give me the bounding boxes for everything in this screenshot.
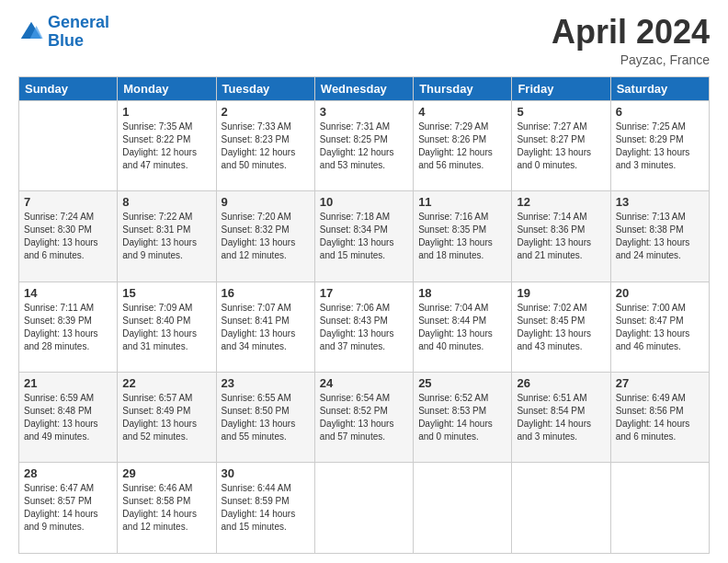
- calendar-cell: 18Sunrise: 7:04 AMSunset: 8:44 PMDayligh…: [414, 282, 512, 372]
- day-info: Sunrise: 7:04 AMSunset: 8:44 PMDaylight:…: [418, 302, 506, 353]
- calendar-cell: 29Sunrise: 6:46 AMSunset: 8:58 PMDayligh…: [118, 463, 216, 554]
- day-info: Sunrise: 7:29 AMSunset: 8:26 PMDaylight:…: [418, 121, 506, 172]
- day-number: 13: [616, 195, 704, 209]
- day-info: Sunrise: 7:09 AMSunset: 8:40 PMDaylight:…: [122, 302, 210, 353]
- day-number: 25: [418, 376, 506, 390]
- week-row-4: 21Sunrise: 6:59 AMSunset: 8:48 PMDayligh…: [19, 373, 710, 463]
- day-info: Sunrise: 6:49 AMSunset: 8:56 PMDaylight:…: [616, 392, 704, 443]
- month-title: April 2024: [552, 14, 710, 51]
- day-info: Sunrise: 7:00 AMSunset: 8:47 PMDaylight:…: [616, 302, 704, 353]
- day-number: 4: [418, 105, 506, 119]
- col-header-sunday: Sunday: [19, 76, 118, 100]
- calendar-table: SundayMondayTuesdayWednesdayThursdayFrid…: [18, 76, 710, 554]
- calendar-cell: 22Sunrise: 6:57 AMSunset: 8:49 PMDayligh…: [118, 373, 216, 463]
- day-info: Sunrise: 6:59 AMSunset: 8:48 PMDaylight:…: [24, 392, 112, 443]
- day-number: 14: [24, 286, 112, 300]
- day-number: 29: [122, 466, 210, 480]
- logo-text: General Blue: [48, 14, 109, 51]
- calendar-cell: 3Sunrise: 7:31 AMSunset: 8:25 PMDaylight…: [314, 100, 413, 190]
- day-info: Sunrise: 6:47 AMSunset: 8:57 PMDaylight:…: [24, 482, 112, 534]
- week-row-1: 1Sunrise: 7:35 AMSunset: 8:22 PMDaylight…: [19, 100, 710, 190]
- location: Payzac, France: [552, 52, 710, 67]
- calendar-cell: 1Sunrise: 7:35 AMSunset: 8:22 PMDaylight…: [118, 100, 216, 190]
- col-header-tuesday: Tuesday: [216, 76, 314, 100]
- day-info: Sunrise: 7:33 AMSunset: 8:23 PMDaylight:…: [222, 121, 310, 172]
- day-number: 22: [122, 376, 210, 390]
- calendar-cell: 14Sunrise: 7:11 AMSunset: 8:39 PMDayligh…: [19, 282, 118, 372]
- calendar-cell: 19Sunrise: 7:02 AMSunset: 8:45 PMDayligh…: [512, 282, 610, 372]
- day-info: Sunrise: 7:25 AMSunset: 8:29 PMDaylight:…: [616, 121, 704, 172]
- col-header-thursday: Thursday: [414, 76, 512, 100]
- calendar-cell: 13Sunrise: 7:13 AMSunset: 8:38 PMDayligh…: [610, 191, 709, 282]
- calendar-cell: [512, 463, 610, 554]
- col-header-wednesday: Wednesday: [314, 76, 413, 100]
- day-number: 24: [320, 376, 408, 390]
- day-info: Sunrise: 6:54 AMSunset: 8:52 PMDaylight:…: [320, 392, 408, 443]
- day-info: Sunrise: 7:35 AMSunset: 8:22 PMDaylight:…: [122, 121, 210, 172]
- calendar-cell: 20Sunrise: 7:00 AMSunset: 8:47 PMDayligh…: [610, 282, 709, 372]
- logo-icon: [18, 19, 44, 45]
- day-number: 19: [517, 286, 605, 300]
- day-number: 12: [517, 195, 605, 209]
- day-info: Sunrise: 7:24 AMSunset: 8:30 PMDaylight:…: [24, 211, 112, 262]
- day-number: 6: [616, 105, 704, 119]
- day-number: 8: [122, 195, 210, 209]
- day-info: Sunrise: 7:07 AMSunset: 8:41 PMDaylight:…: [222, 302, 310, 353]
- day-number: 11: [418, 195, 506, 209]
- calendar-cell: 12Sunrise: 7:14 AMSunset: 8:36 PMDayligh…: [512, 191, 610, 282]
- day-info: Sunrise: 7:18 AMSunset: 8:34 PMDaylight:…: [320, 211, 408, 262]
- day-number: 28: [24, 466, 112, 480]
- day-number: 27: [616, 376, 704, 390]
- day-info: Sunrise: 7:27 AMSunset: 8:27 PMDaylight:…: [517, 121, 605, 172]
- calendar-cell: [414, 463, 512, 554]
- day-number: 18: [418, 286, 506, 300]
- calendar-cell: 21Sunrise: 6:59 AMSunset: 8:48 PMDayligh…: [19, 373, 118, 463]
- day-info: Sunrise: 6:57 AMSunset: 8:49 PMDaylight:…: [122, 392, 210, 443]
- title-block: April 2024 Payzac, France: [552, 14, 710, 67]
- day-info: Sunrise: 7:13 AMSunset: 8:38 PMDaylight:…: [616, 211, 704, 262]
- calendar-cell: 7Sunrise: 7:24 AMSunset: 8:30 PMDaylight…: [19, 191, 118, 282]
- day-number: 21: [24, 376, 112, 390]
- col-header-saturday: Saturday: [610, 76, 709, 100]
- day-info: Sunrise: 7:14 AMSunset: 8:36 PMDaylight:…: [517, 211, 605, 262]
- calendar-cell: 4Sunrise: 7:29 AMSunset: 8:26 PMDaylight…: [414, 100, 512, 190]
- day-number: 17: [320, 286, 408, 300]
- day-info: Sunrise: 7:22 AMSunset: 8:31 PMDaylight:…: [122, 211, 210, 262]
- header: General Blue April 2024 Payzac, France: [18, 14, 710, 67]
- calendar-cell: 2Sunrise: 7:33 AMSunset: 8:23 PMDaylight…: [216, 100, 314, 190]
- calendar-cell: 24Sunrise: 6:54 AMSunset: 8:52 PMDayligh…: [314, 373, 413, 463]
- calendar-cell: 25Sunrise: 6:52 AMSunset: 8:53 PMDayligh…: [414, 373, 512, 463]
- col-header-monday: Monday: [118, 76, 216, 100]
- day-number: 1: [122, 105, 210, 119]
- day-number: 5: [517, 105, 605, 119]
- week-row-5: 28Sunrise: 6:47 AMSunset: 8:57 PMDayligh…: [19, 463, 710, 554]
- calendar-cell: 16Sunrise: 7:07 AMSunset: 8:41 PMDayligh…: [216, 282, 314, 372]
- day-info: Sunrise: 6:44 AMSunset: 8:59 PMDaylight:…: [222, 482, 310, 534]
- calendar-cell: 15Sunrise: 7:09 AMSunset: 8:40 PMDayligh…: [118, 282, 216, 372]
- calendar-cell: [314, 463, 413, 554]
- day-number: 7: [24, 195, 112, 209]
- day-info: Sunrise: 7:06 AMSunset: 8:43 PMDaylight:…: [320, 302, 408, 353]
- day-info: Sunrise: 6:52 AMSunset: 8:53 PMDaylight:…: [418, 392, 506, 443]
- day-number: 3: [320, 105, 408, 119]
- calendar-cell: 30Sunrise: 6:44 AMSunset: 8:59 PMDayligh…: [216, 463, 314, 554]
- page: General Blue April 2024 Payzac, France S…: [0, 0, 728, 563]
- day-number: 26: [517, 376, 605, 390]
- calendar-cell: 28Sunrise: 6:47 AMSunset: 8:57 PMDayligh…: [19, 463, 118, 554]
- calendar-cell: 17Sunrise: 7:06 AMSunset: 8:43 PMDayligh…: [314, 282, 413, 372]
- calendar-cell: 10Sunrise: 7:18 AMSunset: 8:34 PMDayligh…: [314, 191, 413, 282]
- calendar-cell: 8Sunrise: 7:22 AMSunset: 8:31 PMDaylight…: [118, 191, 216, 282]
- day-info: Sunrise: 6:51 AMSunset: 8:54 PMDaylight:…: [517, 392, 605, 443]
- day-info: Sunrise: 7:31 AMSunset: 8:25 PMDaylight:…: [320, 121, 408, 172]
- calendar-cell: 6Sunrise: 7:25 AMSunset: 8:29 PMDaylight…: [610, 100, 709, 190]
- day-number: 15: [122, 286, 210, 300]
- day-info: Sunrise: 7:02 AMSunset: 8:45 PMDaylight:…: [517, 302, 605, 353]
- week-row-2: 7Sunrise: 7:24 AMSunset: 8:30 PMDaylight…: [19, 191, 710, 282]
- logo: General Blue: [18, 14, 109, 51]
- col-header-friday: Friday: [512, 76, 610, 100]
- day-info: Sunrise: 6:55 AMSunset: 8:50 PMDaylight:…: [222, 392, 310, 443]
- calendar-cell: 9Sunrise: 7:20 AMSunset: 8:32 PMDaylight…: [216, 191, 314, 282]
- day-number: 23: [222, 376, 310, 390]
- day-info: Sunrise: 6:46 AMSunset: 8:58 PMDaylight:…: [122, 482, 210, 534]
- calendar-cell: 27Sunrise: 6:49 AMSunset: 8:56 PMDayligh…: [610, 373, 709, 463]
